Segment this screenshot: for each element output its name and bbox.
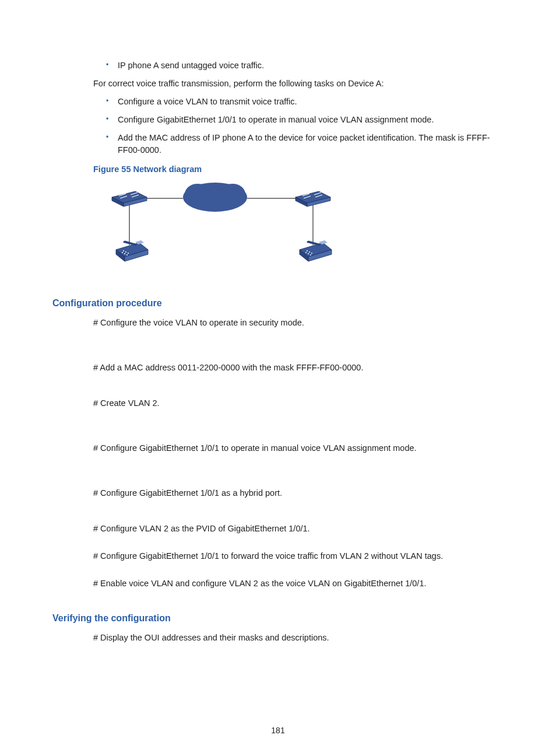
- list-item: Configure a voice VLAN to transmit voice…: [106, 96, 504, 108]
- step-text: # Configure VLAN 2 as the PVID of Gigabi…: [93, 523, 504, 535]
- diagram-svg: [101, 180, 335, 273]
- list-item: Add the MAC address of IP phone A to the…: [106, 132, 504, 156]
- top-bullet-list: IP phone A send untagged voice traffic.: [93, 60, 504, 72]
- step-text: # Enable voice VLAN and configure VLAN 2…: [93, 578, 504, 590]
- step-text: # Configure GigabitEthernet 1/0/1 as a h…: [93, 487, 504, 499]
- svg-point-20: [124, 253, 125, 254]
- verify-steps: # Display the OUI addresses and their ma…: [93, 632, 504, 644]
- section-heading-config: Configuration procedure: [52, 298, 504, 309]
- svg-point-19: [122, 252, 123, 253]
- svg-point-28: [311, 253, 312, 254]
- switch-icon: [295, 191, 330, 206]
- section-heading-verify: Verifying the configuration: [52, 613, 504, 624]
- svg-point-21: [126, 254, 128, 256]
- svg-point-18: [128, 253, 129, 254]
- list-item: IP phone A send untagged voice traffic.: [106, 60, 504, 72]
- step-text: # Configure GigabitEthernet 1/0/1 to for…: [93, 550, 504, 562]
- svg-point-17: [125, 251, 126, 253]
- svg-point-1: [220, 184, 245, 205]
- svg-point-31: [310, 254, 311, 256]
- ip-phone-icon: [116, 240, 148, 261]
- config-steps: # Configure the voice VLAN to operate in…: [93, 317, 504, 590]
- intro-paragraph: For correct voice traffic transmission, …: [93, 78, 504, 90]
- svg-point-29: [305, 252, 307, 253]
- svg-point-30: [308, 253, 309, 254]
- page-number: 181: [0, 726, 556, 735]
- step-text: # Add a MAC address 0011-2200-0000 with …: [93, 362, 504, 374]
- task-bullet-list: Configure a voice VLAN to transmit voice…: [93, 96, 504, 156]
- svg-point-26: [307, 250, 308, 251]
- figure-caption: Figure 55 Network diagram: [93, 164, 504, 174]
- step-text: # Configure the voice VLAN to operate in…: [93, 317, 504, 329]
- svg-point-0: [185, 184, 210, 205]
- list-item: Configure GigabitEthernet 1/0/1 to opera…: [106, 114, 504, 126]
- svg-point-16: [123, 250, 124, 251]
- switch-icon: [112, 191, 147, 206]
- content-block: IP phone A send untagged voice traffic. …: [93, 60, 504, 275]
- step-text: # Display the OUI addresses and their ma…: [93, 632, 504, 644]
- ip-phone-icon: [300, 240, 332, 261]
- network-diagram: [101, 180, 504, 275]
- svg-point-27: [309, 251, 310, 253]
- step-text: # Create VLAN 2.: [93, 397, 504, 410]
- step-text: # Configure GigabitEthernet 1/0/1 to ope…: [93, 442, 504, 454]
- page: IP phone A send untagged voice traffic. …: [0, 0, 556, 756]
